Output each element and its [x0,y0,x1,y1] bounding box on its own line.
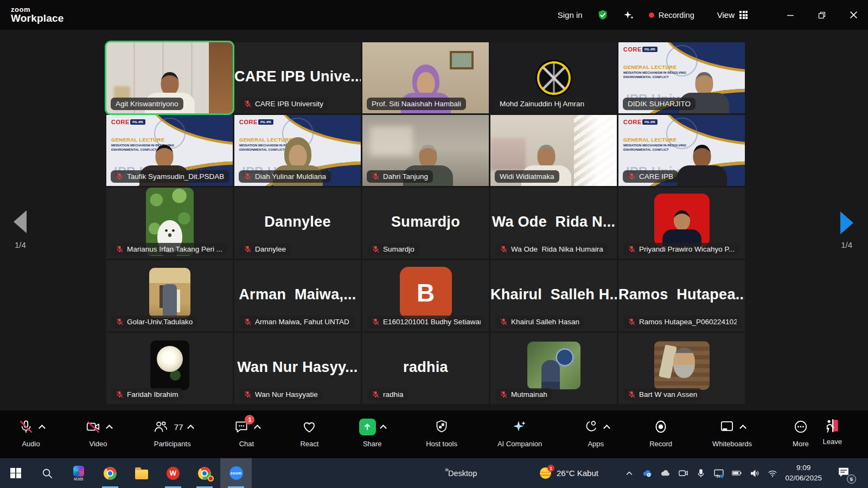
ai-companion-titlebar-icon[interactable] [623,9,635,21]
taskbar-start-icon[interactable] [0,458,31,488]
participant-avatar [654,341,710,390]
participant-tile[interactable]: CORE PSL-IPB GENERAL LECTURE MEDIATION M… [490,42,617,113]
onedrive-icon[interactable] [642,468,653,479]
participant-tile[interactable]: CORE PSL-IPB GENERAL LECTURE MEDIATION M… [618,260,745,331]
chat-button[interactable]: 1Chat [233,417,260,448]
participant-tile[interactable]: CORE PSL-IPB GENERAL LECTURE MEDIATION M… [490,188,617,259]
audio-button[interactable]: Audio [17,417,44,448]
participant-tile[interactable]: CORE PSL-IPB GENERAL LECTURE MEDIATION M… [618,333,745,404]
participant-name: Priyandi Prawiro Wicahyo P... [639,245,735,253]
react-icon [301,418,318,435]
cast-display-icon[interactable] [713,468,724,479]
participant-nameplate: Priyandi Prawiro Wicahyo P... [623,243,739,255]
whiteboards-chevron-up-icon[interactable] [740,425,747,432]
share-chevron-up-icon[interactable] [380,425,387,432]
video-chevron-up-icon[interactable] [106,425,113,432]
participant-tile[interactable]: CORE PSL-IPB GENERAL LECTURE MEDIATION M… [234,42,361,113]
taskbar-search-icon[interactable] [31,458,63,488]
battery-icon[interactable] [731,468,742,479]
participant-tile[interactable]: CORE PSL-IPB GENERAL LECTURE MEDIATION M… [618,115,745,186]
more-button[interactable]: More [792,417,809,448]
participant-nameplate: Marianus Irfan Takang Peri ... [111,243,227,255]
muted-mic-icon [500,390,508,399]
participant-tile[interactable]: CORE PSL-IPB GENERAL LECTURE MEDIATION M… [490,115,617,186]
record-button[interactable]: Record [649,417,672,448]
leave-button[interactable]: Leave [823,417,842,446]
muted-mic-icon [244,100,252,108]
audio-chevron-up-icon[interactable] [39,425,46,432]
weather-widget[interactable]: 1 26°C Kabut [540,467,598,479]
participant-tile[interactable]: CORE PSL-IPB GENERAL LECTURE MEDIATION M… [106,333,233,404]
participants-button[interactable]: 77Participants [152,417,193,448]
audio-label: Audio [22,440,40,448]
close-button[interactable] [848,10,858,20]
weather-badge: 1 [547,465,554,472]
participant-name: Bart W van Assen [639,390,697,399]
more-icon [792,418,809,435]
taskbar-chrome-alt-icon[interactable] [189,458,220,488]
participant-tile[interactable]: CORE PSL-IPB GENERAL LECTURE MEDIATION M… [234,188,361,259]
sign-in-button[interactable]: Sign in [558,10,583,20]
ai-companion-button[interactable]: AI Companion [497,417,542,448]
participant-name: Sumardjo [383,245,414,253]
leave-icon [824,417,841,434]
participant-tile[interactable]: CORE PSL-IPB GENERAL LECTURE MEDIATION M… [490,260,617,331]
apps-icon [582,418,599,435]
participant-tile[interactable]: CORE PSL-IPB GENERAL LECTURE MEDIATION M… [362,115,489,186]
apps-chevron-up-icon[interactable] [603,425,610,432]
participant-tile[interactable]: CORE PSL-IPB GENERAL LECTURE MEDIATION M… [106,260,233,331]
participant-tile[interactable]: CORE PSL-IPB GENERAL LECTURE MEDIATION M… [618,42,745,113]
share-button[interactable]: Share [359,417,386,448]
participant-tile[interactable]: CORE PSL-IPB GENERAL LECTURE MEDIATION M… [362,260,489,331]
brand-workplace: Workplace [11,13,64,24]
participant-tile[interactable]: CORE PSL-IPB GENERAL LECTURE MEDIATION M… [362,42,489,113]
taskbar-chrome-icon[interactable] [94,458,126,488]
participant-tile[interactable]: CORE PSL-IPB GENERAL LECTURE MEDIATION M… [234,115,361,186]
participant-nameplate: Mohd Zainuddin Hj Amran [495,98,589,110]
host-tools-button[interactable]: Host tools [426,417,457,448]
view-button[interactable]: View [717,10,748,20]
security-shield-icon[interactable] [597,9,609,21]
desktop-toolbar-label[interactable]: Desktop [448,469,477,478]
participant-tile[interactable]: CORE PSL-IPB GENERAL LECTURE MEDIATION M… [106,42,233,113]
participant-nameplate: Ramos Hutapea_P0602241029 [623,316,742,328]
notification-center-button[interactable]: 5 [837,465,853,481]
taskbar-explorer-icon[interactable] [126,458,157,488]
muted-mic-icon [372,318,380,326]
participant-nameplate: Dannylee [239,243,291,255]
react-button[interactable]: React [300,417,318,448]
taskbar-wps-icon[interactable]: W [157,458,189,488]
taskbar-m365-icon[interactable]: M365 [63,458,94,488]
participant-tile[interactable]: CORE PSL-IPB GENERAL LECTURE MEDIATION M… [234,333,361,404]
zoom-meeting-window: zoom Workplace Sign in Recording View [0,0,868,488]
participant-tile[interactable]: CORE PSL-IPB GENERAL LECTURE MEDIATION M… [618,188,745,259]
participant-tile[interactable]: CORE PSL-IPB GENERAL LECTURE MEDIATION M… [234,260,361,331]
camera-tray-icon[interactable] [678,468,688,479]
participant-tile[interactable]: CORE PSL-IPB GENERAL LECTURE MEDIATION M… [106,115,233,186]
previous-page-arrow[interactable] [14,210,27,233]
host-tools-label: Host tools [426,440,457,448]
apps-button[interactable]: Apps [582,417,609,448]
microphone-tray-icon[interactable] [695,468,706,479]
participant-tile[interactable]: CORE PSL-IPB GENERAL LECTURE MEDIATION M… [362,188,489,259]
taskbar-zoom-icon[interactable]: zoom [220,458,252,488]
restore-button[interactable] [817,10,827,20]
core-logo: CORE [239,119,258,125]
more-label: More [793,440,809,448]
volume-icon[interactable] [749,468,760,479]
participants-chevron-up-icon[interactable] [187,425,194,432]
participant-tile[interactable]: CORE PSL-IPB GENERAL LECTURE MEDIATION M… [362,333,489,404]
onedrive-personal-cloud-icon[interactable] [660,468,671,479]
chat-chevron-up-icon[interactable] [254,425,261,432]
whiteboards-button[interactable]: Whiteboards [712,417,752,448]
hidden-icons-chevron[interactable] [624,468,635,479]
next-page-arrow[interactable] [840,211,853,234]
apps-label: Apps [588,440,604,448]
participant-tile[interactable]: CORE PSL-IPB GENERAL LECTURE MEDIATION M… [106,188,233,259]
wifi-icon[interactable] [767,468,778,479]
taskbar-clock[interactable]: 9:09 02/06/2025 [785,463,822,483]
participant-nameplate: Mutmainah [495,388,552,401]
video-button[interactable]: Video [85,417,112,448]
minimize-button[interactable] [786,10,795,20]
participant-tile[interactable]: CORE PSL-IPB GENERAL LECTURE MEDIATION M… [490,333,617,404]
